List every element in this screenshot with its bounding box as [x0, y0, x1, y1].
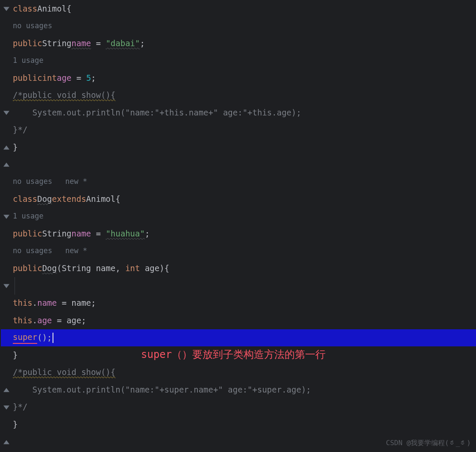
code-line[interactable]: public String name = "dabai"; — [13, 35, 476, 52]
fold-icon[interactable] — [3, 387, 9, 393]
usage-hint: 1 usage — [13, 211, 44, 222]
fold-icon[interactable] — [3, 6, 9, 12]
keyword: public — [13, 228, 42, 239]
keyword: public — [13, 38, 42, 49]
code-line[interactable]: this.name = name; — [13, 295, 476, 312]
string-literal: "huahua" — [106, 228, 145, 239]
code-line[interactable]: }*/ — [13, 399, 476, 416]
dot: . — [32, 315, 37, 326]
semicolon: ; — [140, 38, 144, 49]
code-line[interactable]: }super（）要放到子类构造方法的第一行 — [13, 346, 476, 364]
code-line[interactable]: no usages — [13, 18, 476, 35]
type: String — [42, 228, 72, 239]
code-line[interactable]: } — [13, 139, 476, 156]
fold-icon[interactable] — [3, 214, 9, 220]
brace: { — [115, 193, 120, 205]
code-line[interactable] — [13, 277, 476, 295]
constructor-name: Dog — [42, 263, 57, 274]
field-name: name — [71, 228, 91, 239]
keyword-this: this — [13, 297, 32, 309]
comment: System.out.println("name:"+this.name+" a… — [13, 107, 301, 118]
code-line[interactable]: } — [13, 416, 476, 433]
class-name: Dog — [37, 193, 52, 205]
fold-icon[interactable] — [3, 405, 9, 411]
usage-hint: no usages new * — [13, 177, 87, 187]
brace: } — [13, 419, 18, 430]
comment: System.out.println("name:"+super.name+" … — [13, 384, 311, 396]
code-line[interactable]: class Dog extends Animol{ — [13, 191, 476, 208]
fold-icon[interactable] — [3, 162, 9, 168]
comment: /*public void show(){ — [13, 89, 115, 101]
parent-class: Animol — [86, 193, 116, 205]
fold-icon[interactable] — [3, 110, 9, 116]
code-line[interactable]: public Dog(String name, int age){ — [13, 260, 476, 278]
operator: = — [91, 228, 106, 239]
code-line-highlighted[interactable]: super(); — [1, 329, 476, 347]
type: int — [42, 72, 57, 84]
string-literal: "dabai" — [106, 38, 140, 49]
code-line[interactable] — [13, 156, 476, 174]
operator: = — [91, 38, 106, 49]
code-line[interactable]: 1 usage — [13, 208, 476, 225]
code-line[interactable]: no usages new * — [13, 173, 476, 191]
code-line[interactable]: class Animol{ — [13, 0, 476, 18]
comment: }*/ — [13, 124, 27, 136]
semicolon: ; — [145, 228, 150, 239]
code-line[interactable]: this.age = age; — [13, 312, 476, 329]
brace: } — [13, 349, 18, 361]
param-type: int — [125, 263, 140, 274]
code-line[interactable]: }*/ — [13, 121, 476, 139]
field-name: age — [57, 72, 71, 84]
code-line[interactable]: System.out.println("name:"+super.name+" … — [13, 381, 476, 399]
usage-hint: 1 usage — [13, 56, 44, 66]
keyword: class — [13, 3, 37, 15]
gutter — [0, 0, 12, 452]
code-line[interactable]: System.out.println("name:"+this.name+" a… — [13, 104, 476, 121]
number-literal: 5 — [86, 72, 91, 84]
comment: /*public void show(){ — [13, 366, 115, 378]
code-line[interactable]: public String name = "huahua"; — [13, 225, 476, 243]
comment: }*/ — [13, 401, 27, 413]
keyword-this: this — [13, 315, 32, 326]
keyword: class — [13, 193, 37, 205]
assignment: = age; — [52, 315, 86, 326]
brace: { — [67, 3, 71, 15]
brace: } — [13, 142, 18, 153]
keyword: public — [13, 263, 42, 274]
text-cursor — [53, 333, 53, 343]
field-name: name — [71, 38, 91, 49]
code-line[interactable]: public int age = 5; — [13, 69, 476, 87]
usage-hint: no usages — [13, 21, 52, 31]
keyword-super: super — [13, 331, 37, 344]
call: (); — [37, 332, 52, 343]
code-line[interactable]: /*public void show(){ — [13, 364, 476, 381]
field-ref: age — [37, 315, 52, 326]
code-line[interactable]: no usages new * — [13, 242, 476, 260]
class-name: Animol — [37, 3, 67, 15]
param-name: name — [91, 263, 115, 274]
code-area[interactable]: class Animol{ no usages public String na… — [12, 0, 476, 452]
keyword: extends — [52, 193, 86, 205]
code-editor[interactable]: class Animol{ no usages public String na… — [0, 0, 476, 452]
param-name: age — [140, 263, 159, 274]
code-line[interactable]: 1 usage — [13, 52, 476, 70]
watermark: CSDN @我要学编程(ಥ_ಥ) — [386, 438, 471, 448]
semicolon: ; — [91, 72, 96, 84]
fold-icon[interactable] — [3, 439, 9, 445]
brace: ){ — [159, 263, 169, 274]
dot: . — [32, 297, 37, 309]
field-ref: name — [37, 297, 57, 309]
fold-icon[interactable] — [3, 145, 9, 151]
keyword: public — [13, 72, 42, 84]
error-annotation: super（）要放到子类构造方法的第一行 — [141, 348, 326, 362]
usage-hint: no usages new * — [13, 246, 87, 256]
param-type: String — [62, 263, 91, 274]
operator: = — [71, 72, 86, 84]
fold-icon[interactable] — [3, 283, 9, 289]
code-line[interactable]: /*public void show(){ — [13, 87, 476, 104]
assignment: = name; — [57, 297, 96, 309]
type: String — [42, 38, 72, 49]
comma: , — [115, 263, 125, 274]
